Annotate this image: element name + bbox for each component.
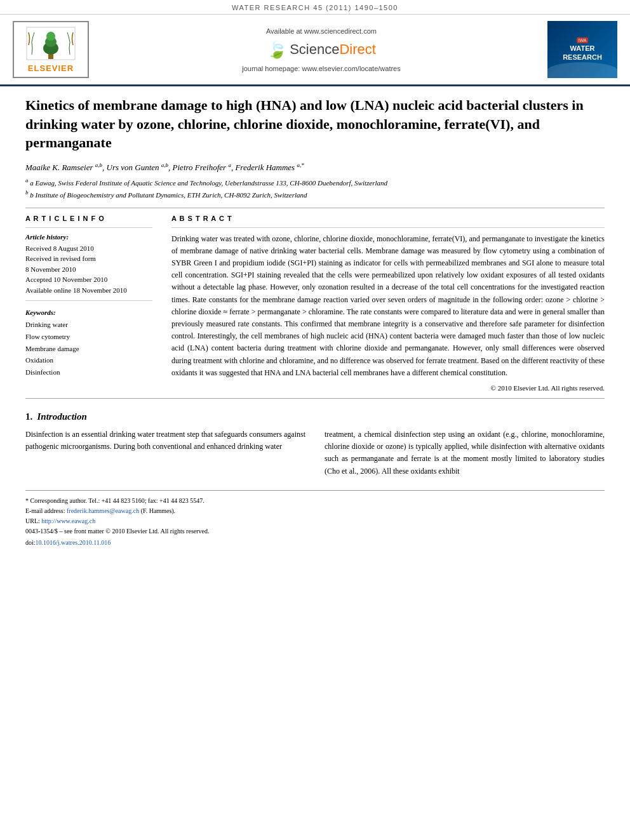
intro-right-text: treatment, a chemical disinfection step …	[325, 429, 605, 477]
journal-bar: WATER RESEARCH 45 (2011) 1490–1500	[0, 0, 630, 15]
copyright-line: © 2010 Elsevier Ltd. All rights reserved…	[171, 384, 605, 392]
svg-point-3	[46, 32, 55, 41]
affiliation-a: a Eawag, Swiss Federal Institute of Aqua…	[30, 179, 387, 187]
article-info-abstract-section: A R T I C L E I N F O Article history: R…	[25, 215, 605, 392]
sd-leaf-icon: 🍃	[267, 40, 287, 60]
header-section: ELSEVIER Available at www.sciencedirect.…	[0, 15, 630, 86]
journal-bar-text: WATER RESEARCH 45 (2011) 1490–1500	[232, 4, 398, 11]
available-at-text: Available at www.sciencedirect.com	[108, 27, 535, 35]
history-item-4: Accepted 10 November 2010	[25, 274, 152, 285]
intro-two-col: Disinfection is an essential drinking wa…	[25, 429, 605, 477]
doi-line: doi:10.1016/j.watres.2010.11.016	[25, 539, 605, 546]
email-line: E-mail address: frederik.hammes@eawag.ch…	[25, 506, 605, 516]
intro-section-title: Introduction	[37, 411, 87, 422]
journal-homepage-text: journal homepage: www.elsevier.com/locat…	[108, 65, 535, 72]
elsevier-tree-icon	[25, 26, 76, 61]
keyword-4: Oxidation	[25, 354, 152, 366]
history-item-1: Received 8 August 2010	[25, 243, 152, 254]
abstract-col: A B S T R A C T Drinking water was treat…	[171, 215, 605, 392]
water-research-title: WATERRESEARCH	[563, 44, 602, 61]
divider-top	[25, 208, 605, 208]
article-title: Kinetics of membrane damage to high (HNA…	[25, 96, 605, 152]
issn-line: 0043-1354/$ – see front matter © 2010 El…	[25, 526, 605, 537]
intro-right-col: treatment, a chemical disinfection step …	[325, 429, 605, 477]
divider-abstract	[171, 227, 605, 228]
divider-intro	[25, 398, 605, 399]
sciencedirect-logo: 🍃 ScienceDirect	[108, 40, 535, 60]
divider-article-info	[25, 227, 152, 228]
history-item-5: Available online 18 November 2010	[25, 285, 152, 296]
email-suffix: (F. Hammes).	[141, 507, 175, 514]
keyword-2: Flow cytometry	[25, 331, 152, 343]
main-content: Kinetics of membrane damage to high (HNA…	[0, 86, 630, 556]
abstract-title: A B S T R A C T	[171, 215, 605, 222]
doi-label: doi:	[25, 539, 36, 546]
footer-notes: * Corresponding author. Tel.: +41 44 823…	[25, 490, 605, 546]
article-info-col: A R T I C L E I N F O Article history: R…	[25, 215, 152, 392]
affiliation-b: b Institute of Biogeochemistry and Pollu…	[30, 190, 307, 198]
sd-logo-text: ScienceDirect	[290, 41, 376, 58]
introduction-section: 1. Introduction Disinfection is an essen…	[25, 411, 605, 477]
authors: Maaike K. Ramseier a,b, Urs von Gunten a…	[25, 162, 605, 173]
url-line: URL: http://www.eawag.ch	[25, 516, 605, 526]
history-label: Article history:	[25, 233, 152, 241]
water-research-logo: IWA WATERRESEARCH	[547, 21, 617, 78]
history-item-3: 8 November 2010	[25, 264, 152, 275]
email-label: E-mail address:	[25, 507, 65, 514]
article-info-title: A R T I C L E I N F O	[25, 215, 152, 222]
corresponding-author: * Corresponding author. Tel.: +41 44 823…	[25, 496, 605, 506]
history-item-2: Received in revised form	[25, 253, 152, 264]
intro-left-text: Disinfection is an essential drinking wa…	[25, 429, 305, 453]
elsevier-text: ELSEVIER	[28, 63, 74, 73]
intro-left-col: Disinfection is an essential drinking wa…	[25, 429, 305, 477]
url-label: URL:	[25, 517, 40, 524]
email-link[interactable]: frederik.hammes@eawag.ch	[67, 507, 139, 514]
center-header: Available at www.sciencedirect.com 🍃 Sci…	[108, 27, 535, 72]
elsevier-logo: ELSEVIER	[13, 21, 95, 78]
keyword-1: Drinking water	[25, 319, 152, 331]
divider-keywords	[25, 300, 152, 301]
keyword-5: Disinfection	[25, 366, 152, 378]
intro-section-number: 1.	[25, 411, 32, 422]
iwa-badge: IWA	[577, 37, 589, 43]
keyword-3: Membrane damage	[25, 343, 152, 355]
keywords-label: Keywords:	[25, 309, 152, 316]
abstract-text: Drinking water was treated with ozone, c…	[171, 233, 605, 379]
url-link[interactable]: http://www.eawag.ch	[41, 517, 95, 524]
doi-link[interactable]: 10.1016/j.watres.2010.11.016	[36, 539, 111, 546]
affiliations: a a Eawag, Swiss Federal Institute of Aq…	[25, 177, 605, 199]
